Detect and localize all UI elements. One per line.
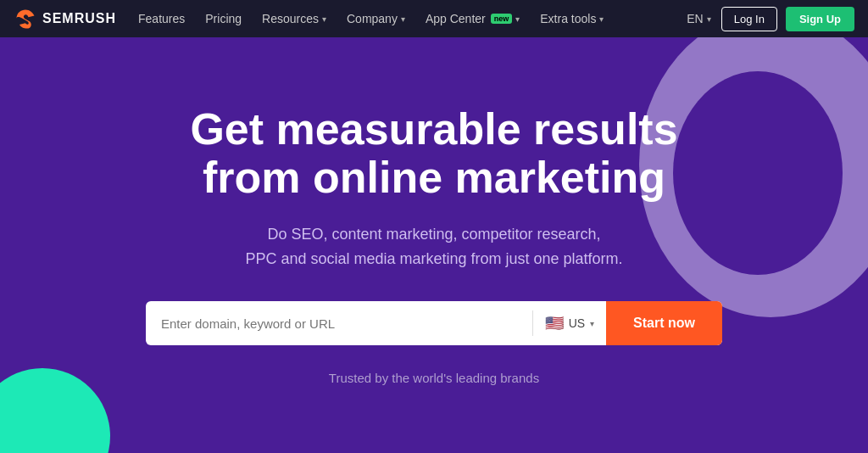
app-center-chevron-icon: ▾ <box>515 14 520 24</box>
search-input[interactable] <box>146 316 532 331</box>
country-selector[interactable]: 🇺🇸 US ▾ <box>533 314 606 333</box>
extra-tools-chevron-icon: ▾ <box>599 14 604 24</box>
start-now-button[interactable]: Start now <box>606 301 722 345</box>
company-chevron-icon: ▾ <box>401 14 405 24</box>
lang-chevron-icon: ▾ <box>707 14 711 24</box>
login-button[interactable]: Log In <box>721 7 777 31</box>
resources-chevron-icon: ▾ <box>322 14 326 24</box>
nav-pricing[interactable]: Pricing <box>197 0 250 37</box>
nav-company[interactable]: Company ▾ <box>338 0 414 37</box>
semrush-logo-icon <box>14 7 37 31</box>
language-selector[interactable]: EN ▾ <box>680 12 717 25</box>
nav-extra-tools[interactable]: Extra tools ▾ <box>531 0 612 37</box>
hero-content: Get measurable results from online marke… <box>146 105 722 386</box>
search-bar: 🇺🇸 US ▾ Start now <box>146 301 722 345</box>
us-flag-icon: 🇺🇸 <box>545 314 564 333</box>
app-center-badge: new <box>491 14 513 24</box>
nav-app-center[interactable]: App Center new ▾ <box>417 0 528 37</box>
country-chevron-icon: ▾ <box>590 319 594 328</box>
hero-subtitle: Do SEO, content marketing, competitor re… <box>146 222 722 271</box>
logo-text: SEMRUSH <box>42 11 116 26</box>
nav-resources[interactable]: Resources ▾ <box>253 0 335 37</box>
signup-button[interactable]: Sign Up <box>786 7 854 31</box>
nav-features[interactable]: Features <box>130 0 193 37</box>
hero-section: Get measurable results from online marke… <box>0 37 868 453</box>
decorative-circle-bottom-left <box>0 368 110 453</box>
trusted-text: Trusted by the world's leading brands <box>146 371 722 385</box>
navbar: SEMRUSH Features Pricing Resources ▾ Com… <box>0 0 868 37</box>
hero-title: Get measurable results from online marke… <box>146 105 722 202</box>
logo[interactable]: SEMRUSH <box>14 7 116 31</box>
